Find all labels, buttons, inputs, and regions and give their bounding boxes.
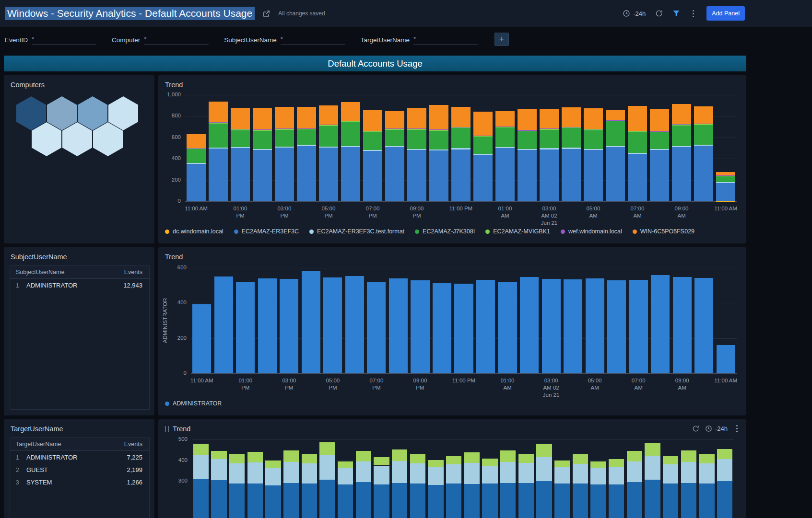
chart-bar-segment[interactable] [231,130,250,148]
chart-bar-segment[interactable] [356,451,371,461]
table-row[interactable]: 3SYSTEM1,266 [10,476,149,488]
chart-bar-segment[interactable] [283,462,299,483]
chart-bar-segment[interactable] [717,459,732,481]
chart-bar-segment[interactable] [518,201,537,201]
chart-bar-segment[interactable] [645,443,660,456]
chart-bar-segment[interactable] [673,277,692,373]
table-row[interactable]: 1ADMINISTRATOR12,943 [10,279,149,292]
chart-bar-segment[interactable] [562,148,581,149]
chart-bar-segment[interactable] [627,451,642,461]
chart-bar-segment[interactable] [554,467,570,484]
chart-bar-segment[interactable] [562,128,581,148]
chart-bar-segment[interactable] [209,201,228,201]
chart-bar-segment[interactable] [338,461,353,468]
chart-bar-segment[interactable] [584,150,603,201]
chart-bar-segment[interactable] [265,460,281,468]
chart-bar-segment[interactable] [407,128,426,129]
chart-bar-segment[interactable] [540,129,559,129]
chart-bar-segment[interactable] [187,163,206,164]
chart-bar-segment[interactable] [275,128,294,129]
chart-bar-segment[interactable] [187,164,206,201]
chart-bar-segment[interactable] [209,123,228,124]
chart-bar-segment[interactable] [319,125,338,125]
chart-bar-segment[interactable] [446,456,461,464]
chart-bar-segment[interactable] [297,201,316,201]
chart-bar-segment[interactable] [341,146,360,147]
chart-bar-segment[interactable] [385,147,404,201]
chart-bar-segment[interactable] [672,201,691,201]
chart-bar-segment[interactable] [629,280,648,373]
chart-bar-segment[interactable] [520,277,539,373]
chart-bar-segment[interactable] [540,130,559,149]
chart-bar-segment[interactable] [319,125,338,126]
chart-bar-segment[interactable] [590,468,606,484]
chart-bar-segment[interactable] [367,282,386,373]
chart-bar-segment[interactable] [694,146,713,201]
chart-bar-segment[interactable] [609,484,624,518]
chart-bar-segment[interactable] [717,449,732,460]
chart-bar-segment[interactable] [606,146,625,147]
chart-bar-segment[interactable] [694,201,713,201]
chart-bar-segment[interactable] [265,485,281,518]
chart-bar-segment[interactable] [229,463,245,483]
chart-bar-segment[interactable] [302,271,320,373]
chart-bar-segment[interactable] [584,108,603,129]
kebab-icon[interactable] [690,9,697,18]
chart-bar-segment[interactable] [699,483,714,518]
table-row[interactable]: 1ADMINISTRATOR7,225 [10,451,149,464]
kebab-icon[interactable] [733,424,741,433]
chart-bar-segment[interactable] [650,149,669,150]
chart-bar-segment[interactable] [451,148,471,149]
chart-bar-segment[interactable] [187,134,206,148]
chart-bar-segment[interactable] [573,464,588,483]
chart-bar-segment[interactable] [446,483,461,518]
chart-bar-segment[interactable] [645,480,660,518]
chart-bar-segment[interactable] [651,275,670,373]
chart-bar-segment[interactable] [628,154,647,201]
chart-bar-segment[interactable] [554,483,570,518]
chart-bar-segment[interactable] [473,137,493,154]
chart-bar-segment[interactable] [209,122,228,123]
chart-bar-segment[interactable] [451,201,471,201]
chart-bar-segment[interactable] [319,442,335,455]
chart-bar-segment[interactable] [319,480,335,518]
chart-bar-segment[interactable] [716,175,735,176]
legend-item[interactable]: dc.windomain.local [165,228,224,235]
targetusername-input[interactable] [418,35,478,43]
chart-bar-segment[interactable] [214,276,233,373]
chart-bar-segment[interactable] [628,106,647,131]
chart-bar-segment[interactable] [672,124,691,125]
chart-bar-segment[interactable] [451,107,471,127]
chart-bar-segment[interactable] [564,279,582,373]
chart-bar-segment[interactable] [231,108,250,129]
chart-bar-segment[interactable] [385,128,404,129]
chart-bar-segment[interactable] [495,148,515,201]
eventid-input[interactable] [36,35,96,43]
chart-bar-segment[interactable] [518,109,537,130]
chart-bar-segment[interactable] [211,451,226,459]
chart-bar-segment[interactable] [433,283,451,373]
chart-bar-segment[interactable] [392,449,407,461]
chart-bar-segment[interactable] [374,466,389,484]
chart-bar-segment[interactable] [473,155,493,201]
chart-bar-segment[interactable] [627,482,642,518]
chart-bar-segment[interactable] [562,149,581,201]
chart-bar-segment[interactable] [392,483,407,518]
chart-bar-segment[interactable] [716,176,735,176]
chart-bar-segment[interactable] [253,149,272,150]
chart-bar-segment[interactable] [363,150,382,151]
chart-bar-segment[interactable] [385,201,404,201]
chart-bar-segment[interactable] [319,148,338,201]
chart-bar-segment[interactable] [628,131,647,132]
chart-bar-segment[interactable] [341,121,360,122]
legend-item[interactable]: ADMINISTRATOR [165,400,222,407]
chart-bar-segment[interactable] [363,131,382,131]
chart-bar-segment[interactable] [236,282,255,373]
chart-bar-segment[interactable] [495,127,515,147]
chart-bar-segment[interactable] [495,111,515,127]
table-row[interactable]: 2GUEST2,199 [10,463,149,476]
column-header[interactable]: SubjectUserName [10,266,108,279]
chart-bar-segment[interactable] [451,127,471,127]
chart-bar-segment[interactable] [716,183,735,201]
drag-handle-icon[interactable] [165,426,169,432]
